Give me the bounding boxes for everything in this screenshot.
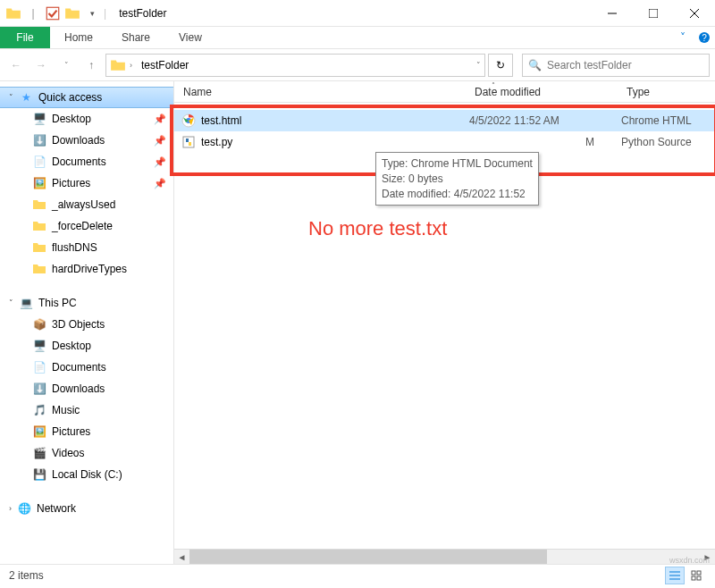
scroll-left-icon[interactable]: ◄ (174, 550, 189, 565)
ribbon-expand-icon[interactable]: ˅ (672, 27, 694, 48)
sidebar-item-documents[interactable]: 📄Documents (0, 357, 173, 378)
sidebar-item-3d[interactable]: 📦3D Objects (0, 314, 173, 335)
downloads-icon: ⬇️ (32, 133, 46, 147)
maximize-button[interactable] (633, 0, 674, 27)
scroll-thumb[interactable] (189, 550, 547, 564)
svg-rect-14 (697, 571, 701, 575)
sidebar-item-downloads[interactable]: ⬇️Downloads (0, 378, 173, 399)
forward-button[interactable]: → (30, 55, 52, 76)
desktop-icon: 🖥️ (32, 339, 46, 353)
status-bar: 2 items (0, 564, 715, 585)
sidebar-quick-access[interactable]: ˅ ★ Quick access (0, 87, 173, 108)
sidebar-item-desktop[interactable]: 🖥️Desktop📌 (0, 108, 173, 130)
search-icon: 🔍 (528, 59, 542, 71)
tooltip: Type: Chrome HTML Document Size: 0 bytes… (375, 152, 539, 206)
svg-rect-13 (692, 571, 695, 575)
breadcrumb[interactable]: testFolder (136, 59, 194, 71)
svg-rect-15 (692, 576, 695, 580)
pictures-icon: 🖼️ (32, 424, 46, 439)
python-icon (181, 135, 196, 149)
pin-icon: 📌 (154, 156, 166, 168)
sidebar-item-music[interactable]: 🎵Music (0, 399, 173, 421)
back-button[interactable]: ← (5, 55, 27, 76)
chrome-icon (181, 113, 196, 128)
qat-dropdown-icon[interactable]: ▾ (84, 5, 100, 21)
status-text: 2 items (9, 569, 44, 582)
annotation-text: No more test.txt (308, 217, 447, 240)
videos-icon: 🎬 (32, 446, 46, 460)
horizontal-scrollbar[interactable]: ◄ ► (174, 549, 715, 564)
column-name[interactable]: Name˄ (174, 81, 466, 102)
folder-icon (64, 5, 80, 21)
3d-icon: 📦 (32, 317, 46, 332)
folder-icon (5, 5, 21, 21)
file-row[interactable]: test.html 4/5/2022 11:52 AM Chrome HTML (174, 110, 715, 131)
titlebar: | ▾ | testFolder (0, 0, 715, 27)
refresh-button[interactable]: ↻ (488, 54, 513, 77)
address-bar[interactable]: › testFolder ˅ (105, 54, 485, 77)
sidebar-item-downloads[interactable]: ⬇️Downloads📌 (0, 130, 173, 151)
folder-icon (32, 219, 46, 233)
file-list[interactable]: test.html 4/5/2022 11:52 AM Chrome HTML … (174, 103, 715, 564)
sidebar: ˅ ★ Quick access 🖥️Desktop📌 ⬇️Downloads📌… (0, 81, 174, 564)
svg-rect-0 (46, 7, 59, 20)
sidebar-this-pc[interactable]: ˅💻This PC (0, 292, 173, 314)
column-type[interactable]: Type (618, 81, 715, 102)
pictures-icon: 🖼️ (32, 176, 46, 190)
minimize-button[interactable] (592, 0, 633, 27)
documents-icon: 📄 (32, 155, 46, 169)
network-icon: 🌐 (17, 501, 31, 516)
navbar: ← → ˅ ↑ › testFolder ˅ ↻ 🔍 Search testFo… (0, 49, 715, 81)
sidebar-item-documents[interactable]: 📄Documents📌 (0, 151, 173, 172)
details-view-button[interactable] (665, 567, 685, 584)
close-button[interactable] (674, 0, 715, 27)
icons-view-button[interactable] (686, 567, 706, 584)
star-icon: ★ (19, 90, 33, 105)
sidebar-item-folder[interactable]: _alwaysUsed (0, 194, 173, 215)
folder-icon (32, 240, 46, 255)
sidebar-item-folder[interactable]: _forceDelete (0, 215, 173, 237)
svg-text:?: ? (702, 33, 707, 43)
downloads-icon: ⬇️ (32, 382, 46, 396)
chevron-down-icon[interactable]: ˅ (476, 61, 481, 70)
sidebar-item-folder[interactable]: flushDNS (0, 237, 173, 258)
checkbox-icon[interactable] (45, 5, 61, 21)
pc-icon: 💻 (19, 296, 33, 310)
pin-icon: 📌 (154, 113, 166, 125)
up-button[interactable]: ↑ (80, 55, 102, 76)
file-row[interactable]: test.py M Python Source (174, 131, 715, 153)
column-date[interactable]: Date modified (466, 81, 618, 102)
file-tab[interactable]: File (0, 27, 50, 48)
documents-icon: 📄 (32, 360, 46, 374)
sidebar-item-pictures[interactable]: 🖼️Pictures (0, 421, 173, 442)
tab-home[interactable]: Home (50, 27, 107, 48)
help-icon[interactable]: ? (694, 27, 715, 48)
recent-dropdown-icon[interactable]: ˅ (55, 55, 77, 76)
ribbon: File Home Share View ˅ ? (0, 27, 715, 49)
chevron-right-icon[interactable]: › (130, 61, 132, 70)
folder-icon (32, 197, 46, 212)
window-title: testFolder (112, 7, 592, 20)
pin-icon: 📌 (154, 135, 166, 147)
sidebar-network[interactable]: ›🌐Network (0, 498, 173, 519)
desktop-icon: 🖥️ (32, 112, 46, 126)
main-area: ˅ ★ Quick access 🖥️Desktop📌 ⬇️Downloads📌… (0, 81, 715, 564)
tab-view[interactable]: View (164, 27, 216, 48)
watermark: wsxdn.com (669, 556, 710, 565)
disk-icon: 💾 (32, 467, 46, 482)
music-icon: 🎵 (32, 403, 46, 417)
svg-rect-16 (697, 576, 701, 580)
content-pane: Name˄ Date modified Type test.html 4/5/2… (174, 81, 715, 564)
sidebar-item-desktop[interactable]: 🖥️Desktop (0, 335, 173, 357)
folder-icon (32, 262, 46, 276)
sidebar-item-disk[interactable]: 💾Local Disk (C:) (0, 464, 173, 485)
search-placeholder: Search testFolder (547, 59, 632, 71)
search-input[interactable]: 🔍 Search testFolder (522, 54, 710, 77)
window-buttons (592, 0, 715, 27)
sidebar-item-folder[interactable]: hardDriveTypes (0, 258, 173, 280)
sort-indicator-icon: ˄ (492, 81, 495, 89)
tab-share[interactable]: Share (107, 27, 164, 48)
sidebar-item-pictures[interactable]: 🖼️Pictures📌 (0, 172, 173, 194)
sidebar-item-videos[interactable]: 🎬Videos (0, 442, 173, 464)
folder-icon (110, 57, 126, 73)
